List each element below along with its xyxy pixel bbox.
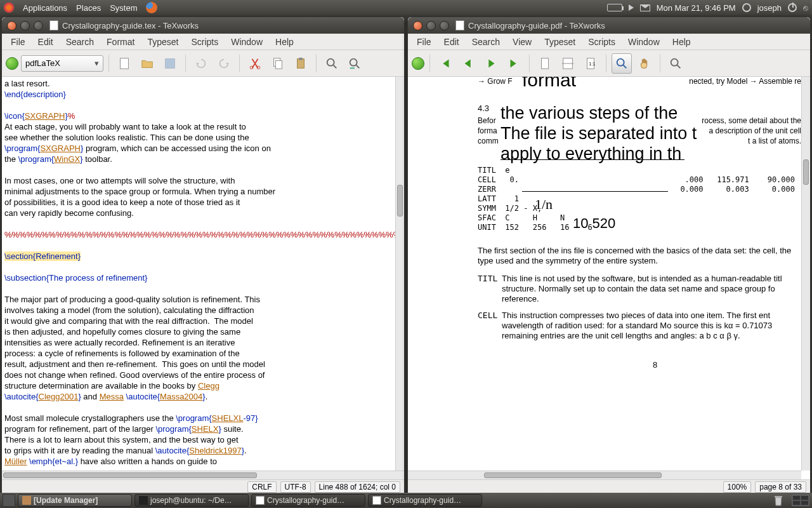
mail-icon[interactable] — [640, 4, 650, 11]
svg-point-15 — [671, 58, 678, 65]
minimize-button[interactable] — [426, 21, 436, 30]
pdf-rule — [501, 159, 684, 160]
places-menu[interactable]: Places — [76, 3, 101, 13]
svg-rect-6 — [298, 58, 304, 68]
document-icon — [49, 20, 58, 30]
editor-vscrollbar[interactable] — [395, 77, 404, 471]
pdf-item: CELLThis instruction compresses two piec… — [478, 311, 801, 341]
pdf-text: Befor — [478, 116, 496, 125]
pdf-text: nected, try Model → Assemble re — [689, 77, 801, 86]
zoom-icon[interactable] — [612, 53, 632, 74]
applications-menu[interactable]: Applications — [23, 3, 67, 13]
menu-scripts[interactable]: Scripts — [582, 34, 622, 50]
menu-edit[interactable]: Edit — [32, 34, 60, 50]
new-icon[interactable] — [114, 53, 134, 74]
actual-size-icon[interactable]: 1:1 — [580, 53, 601, 74]
menu-typeset[interactable]: Typeset — [141, 34, 185, 50]
typeset-button[interactable] — [6, 57, 18, 70]
viewer-hscrollbar[interactable] — [408, 471, 801, 479]
pdf-text: UNIT 152 256 16 6 — [478, 223, 593, 232]
status-encoding[interactable]: UTF-8 — [280, 481, 311, 493]
copy-icon[interactable] — [268, 53, 288, 74]
cut-icon[interactable] — [245, 53, 265, 74]
pdf-text: rocess, some detail about the — [702, 116, 801, 125]
engine-combo[interactable]: pdfLaTeX — [21, 55, 103, 72]
viewer-titlebar[interactable]: Crystallography-guide.pdf - TeXworks — [408, 17, 810, 34]
menu-edit[interactable]: Edit — [438, 34, 466, 50]
power-icon[interactable] — [788, 3, 797, 12]
menu-search[interactable]: Search — [466, 34, 506, 50]
menu-help[interactable]: Help — [269, 34, 300, 50]
trash-icon[interactable] — [773, 494, 784, 507]
user-switch-icon[interactable] — [742, 3, 751, 12]
editor-hscrollbar[interactable] — [2, 471, 404, 479]
menu-file[interactable]: File — [4, 34, 32, 50]
redo-icon[interactable] — [214, 53, 234, 74]
pdf-text: The file is separated into t — [501, 124, 697, 144]
clock[interactable]: Mon Mar 21, 9:46 PM — [657, 3, 736, 13]
menu-window[interactable]: Window — [225, 34, 269, 50]
next-page-icon[interactable] — [481, 53, 501, 74]
task-tex-editor[interactable]: Crystallography-guid… — [251, 494, 365, 507]
minimize-button[interactable] — [20, 21, 30, 30]
first-page-icon[interactable] — [435, 53, 455, 74]
pdf-text: SFAC C H N — [478, 213, 565, 222]
viewer-vscrollbar[interactable] — [801, 77, 810, 471]
pdf-text: 1/n — [535, 196, 553, 213]
menu-format[interactable]: Format — [100, 34, 141, 50]
viewer-window: Crystallography-guide.pdf - TeXworks Fil… — [407, 17, 811, 494]
editor-titlebar[interactable]: Crystallography-guide.tex - TeXworks — [2, 17, 404, 34]
firefox-icon[interactable] — [146, 2, 157, 13]
fit-page-icon[interactable] — [535, 53, 555, 74]
system-menu[interactable]: System — [110, 3, 137, 13]
menu-scripts[interactable]: Scripts — [185, 34, 225, 50]
find-icon[interactable] — [665, 53, 686, 74]
source-editor[interactable]: a last resort. \end{description} \icon{S… — [2, 77, 395, 471]
volume-icon[interactable] — [629, 4, 634, 11]
status-zoom[interactable]: 100% — [723, 481, 752, 493]
fit-width-icon[interactable] — [558, 53, 578, 74]
maximize-button[interactable] — [440, 21, 449, 30]
menu-typeset[interactable]: Typeset — [538, 34, 582, 50]
username[interactable]: joseph — [757, 3, 782, 13]
close-button[interactable] — [7, 21, 16, 30]
ubuntu-logo-icon[interactable] — [4, 3, 14, 13]
paste-icon[interactable] — [291, 53, 311, 74]
save-icon[interactable] — [160, 53, 180, 74]
find-icon[interactable] — [322, 53, 342, 74]
prev-page-icon[interactable] — [458, 53, 478, 74]
hand-icon[interactable] — [634, 53, 655, 74]
status-eol[interactable]: CRLF — [247, 481, 276, 493]
svg-rect-1 — [166, 58, 175, 68]
editor-window: Crystallography-guide.tex - TeXworks Fil… — [1, 17, 405, 494]
pdf-text: .000 115.971 90.000 — [685, 175, 795, 184]
battery-icon[interactable] — [607, 4, 622, 11]
task-pdf-viewer[interactable]: Crystallography-guid… — [368, 494, 482, 507]
status-page: page 8 of 33 — [755, 481, 806, 493]
typeset-button[interactable] — [412, 57, 424, 70]
viewer-title: Crystallography-guide.pdf - TeXworks — [468, 21, 605, 30]
editor-menubar: File Edit Search Format Typeset Scripts … — [2, 34, 404, 50]
pdf-text: SYMM 1/2 - X, — [478, 204, 542, 213]
menu-file[interactable]: File — [410, 34, 438, 50]
workspace-switcher[interactable] — [792, 495, 809, 506]
menu-window[interactable]: Window — [622, 34, 666, 50]
menu-search[interactable]: Search — [60, 34, 100, 50]
open-icon[interactable] — [137, 53, 157, 74]
undo-icon[interactable] — [191, 53, 211, 74]
pdf-text: TITL e — [478, 166, 510, 175]
svg-point-8 — [327, 58, 334, 65]
maximize-button[interactable] — [34, 21, 43, 30]
last-page-icon[interactable] — [504, 53, 524, 74]
pdf-text: LATT 1 — [478, 194, 519, 203]
replace-icon[interactable] — [344, 53, 365, 74]
task-terminal[interactable]: joseph@ubuntu: ~/De… — [134, 494, 249, 507]
show-desktop-icon[interactable] — [3, 494, 15, 507]
pdf-text: the various steps of the — [501, 104, 678, 123]
pdf-canvas[interactable]: → Grow F format nected, try Model → Asse… — [408, 77, 810, 479]
task-update-manager[interactable]: [Update Manager] — [18, 494, 132, 507]
close-button[interactable] — [413, 21, 422, 30]
menu-view[interactable]: View — [506, 34, 538, 50]
accessibility-icon[interactable]: ⎋ — [803, 3, 808, 13]
menu-help[interactable]: Help — [666, 34, 697, 50]
